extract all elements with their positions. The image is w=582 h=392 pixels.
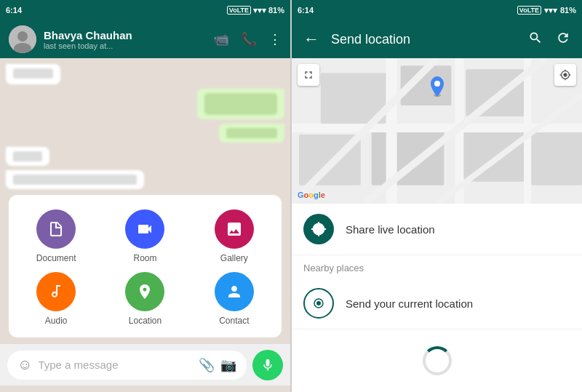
more-options-icon[interactable]: ⋮	[268, 31, 282, 47]
nearby-places-label: Nearby places	[292, 255, 582, 278]
attach-item-room[interactable]: Room	[105, 209, 185, 263]
loading-area	[292, 329, 582, 392]
message-text	[13, 68, 53, 79]
chat-header: Bhavya Chauhan last seen today at... 📹 📞…	[0, 20, 290, 58]
send-location-panel: 6:14 VoLTE ▾▾▾ 81% ← Send location	[292, 0, 582, 392]
contact-label: Contact	[219, 316, 249, 326]
signal-icon: ▾▾▾	[544, 6, 557, 15]
svg-rect-7	[466, 69, 524, 116]
battery-right: 81%	[560, 6, 576, 15]
whatsapp-chat-panel: 6:14 VoLTE ▾▾▾ 81% Bhavya Chauhan last s…	[0, 0, 290, 392]
map-pin	[429, 76, 445, 100]
location-icon	[125, 272, 164, 311]
attach-item-contact[interactable]: Contact	[194, 272, 274, 326]
location-header: ← Send location	[292, 20, 582, 58]
status-time-left: 6:14	[6, 6, 22, 15]
attachment-menu: Document Room Gallery	[9, 195, 282, 337]
wifi-icon: ▾▾▾	[253, 6, 266, 15]
volte-icon-right: VoLTE	[517, 6, 541, 15]
contact-icon	[215, 272, 254, 311]
status-bar-left: 6:14 VoLTE ▾▾▾ 81%	[0, 0, 290, 20]
attach-item-audio[interactable]: Audio	[16, 272, 96, 326]
refresh-icon[interactable]	[556, 31, 570, 49]
audio-label: Audio	[45, 316, 68, 326]
send-current-location-option[interactable]: Send your current location	[292, 278, 582, 329]
search-icon[interactable]	[528, 31, 543, 49]
attach-item-location[interactable]: Location	[105, 272, 185, 326]
time-left: 6:14	[6, 6, 22, 15]
share-live-location-option[interactable]: Share live location	[292, 204, 582, 255]
map-expand-button[interactable]	[298, 64, 319, 86]
contact-status: last seen today at...	[44, 41, 206, 50]
video-call-icon[interactable]: 📹	[213, 31, 229, 47]
document-label: Document	[36, 253, 76, 263]
message-text	[13, 175, 137, 185]
location-title: Send location	[331, 32, 517, 47]
attach-item-document[interactable]: Document	[16, 209, 96, 263]
svg-point-20	[434, 81, 440, 87]
mic-button[interactable]	[252, 350, 283, 380]
status-icons-left: VoLTE ▾▾▾ 81%	[227, 6, 284, 15]
message-bubble	[219, 124, 284, 143]
contact-info: Bhavya Chauhan last seen today at...	[44, 29, 206, 50]
emoji-icon[interactable]: ☺	[17, 356, 32, 373]
message-input-placeholder[interactable]: Type a message	[38, 359, 193, 371]
message-input-area[interactable]: ☺ Type a message 📎 📷	[7, 351, 247, 380]
header-action-icons: 📹 📞 ⋮	[213, 31, 282, 47]
room-icon	[125, 209, 164, 249]
status-icons-right: VoLTE ▾▾▾ 81%	[517, 6, 576, 15]
messages-area	[0, 58, 290, 195]
contact-name: Bhavya Chauhan	[44, 29, 206, 41]
document-icon	[36, 209, 76, 249]
map-view[interactable]: Google	[292, 58, 582, 204]
loading-spinner	[423, 346, 452, 375]
svg-rect-10	[458, 127, 524, 182]
svg-point-21	[316, 301, 321, 305]
message-text	[204, 93, 277, 115]
message-bubble	[6, 147, 49, 166]
map-controls	[554, 64, 576, 86]
svg-rect-9	[372, 131, 445, 185]
attach-icon[interactable]: 📎	[199, 357, 215, 373]
back-icon[interactable]: ←	[303, 30, 319, 49]
gallery-icon	[215, 209, 254, 249]
attach-item-gallery[interactable]: Gallery	[194, 209, 274, 263]
message-text	[13, 151, 42, 161]
send-current-label: Send your current location	[346, 297, 473, 310]
live-location-icon	[303, 214, 334, 244]
chat-input-bar: ☺ Type a message 📎 📷	[0, 343, 290, 385]
share-live-label: Share live location	[346, 223, 435, 236]
current-location-icon	[303, 288, 334, 319]
message-bubble	[6, 64, 60, 84]
camera-icon[interactable]: 📷	[220, 357, 236, 373]
message-bubble	[6, 170, 144, 189]
message-bubble	[197, 89, 284, 119]
location-label: Location	[129, 316, 162, 326]
location-header-icons	[528, 31, 570, 49]
status-bar-right: 6:14 VoLTE ▾▾▾ 81%	[292, 0, 582, 20]
room-label: Room	[133, 253, 156, 263]
volte-icon: VoLTE	[227, 6, 251, 15]
audio-icon	[36, 272, 76, 311]
svg-rect-11	[531, 131, 582, 185]
avatar	[9, 25, 36, 53]
status-time-right: 6:14	[298, 6, 314, 15]
message-text	[226, 128, 277, 138]
location-target-button[interactable]	[554, 64, 576, 86]
voice-call-icon[interactable]: 📞	[241, 31, 257, 47]
gallery-label: Gallery	[220, 253, 248, 263]
svg-point-1	[17, 31, 28, 41]
battery-left: 81%	[268, 6, 284, 15]
google-logo: Google	[298, 191, 325, 199]
